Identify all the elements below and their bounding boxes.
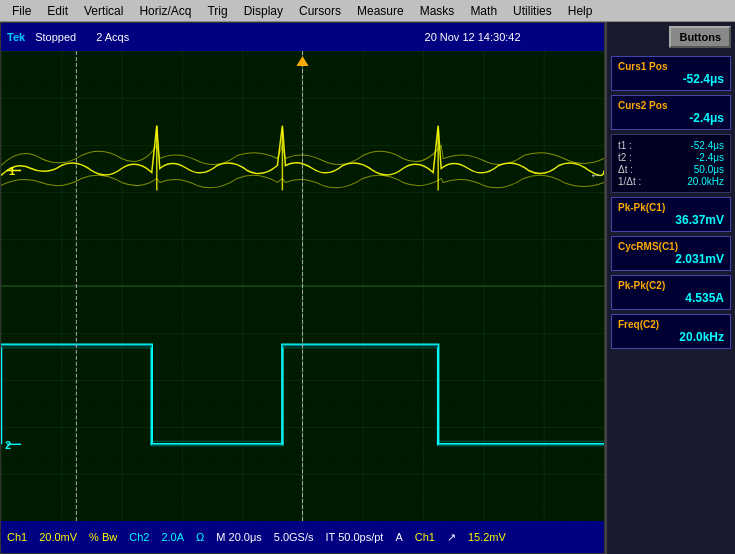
meas-2-label: Pk-Pk(C2) bbox=[618, 280, 724, 291]
state-label: Stopped bbox=[35, 31, 76, 43]
menu-trig[interactable]: Trig bbox=[199, 2, 235, 20]
menu-measure[interactable]: Measure bbox=[349, 2, 412, 20]
scope-display: Tek Stopped 2 Acqs 20 Nov 12 14:30:42 bbox=[0, 22, 605, 554]
meas-0-box: Pk-Pk(C1) 36.37mV bbox=[611, 197, 731, 232]
menu-display[interactable]: Display bbox=[236, 2, 291, 20]
cursor-dt-row: Δt : 50.0μs bbox=[618, 164, 724, 175]
cursor-arrow-right: ← bbox=[589, 168, 603, 184]
cursor-t1-row: t1 : -52.4μs bbox=[618, 140, 724, 151]
meas-1-label: CycRMS(C1) bbox=[618, 241, 724, 252]
ch-ref-bottom: Ch1 bbox=[415, 531, 435, 543]
datetime-label: 20 Nov 12 14:30:42 bbox=[347, 31, 598, 43]
acq-label: A bbox=[395, 531, 402, 543]
meas-0-label: Pk-Pk(C1) bbox=[618, 202, 724, 213]
ref-value: 15.2mV bbox=[468, 531, 506, 543]
cursor-invdt-row: 1/Δt : 20.0kHz bbox=[618, 176, 724, 187]
curs2-pos-label: Curs2 Pos bbox=[618, 100, 724, 111]
invdt-label: 1/Δt : bbox=[618, 176, 641, 187]
dt-value: 50.0μs bbox=[694, 164, 724, 175]
menu-masks[interactable]: Masks bbox=[412, 2, 463, 20]
curs2-pos-value: -2.4μs bbox=[618, 111, 724, 125]
waveform-area: ← 1 2 bbox=[1, 51, 604, 521]
ch1-bw: % Bw bbox=[89, 531, 117, 543]
menu-edit[interactable]: Edit bbox=[39, 2, 76, 20]
brand-label: Tek bbox=[7, 31, 25, 43]
menubar: File Edit Vertical Horiz/Acq Trig Displa… bbox=[0, 0, 735, 22]
ch-arrow: ↗ bbox=[447, 531, 456, 544]
meas-1-value: 2.031mV bbox=[618, 252, 724, 266]
buttons-button[interactable]: Buttons bbox=[669, 26, 731, 48]
menu-file[interactable]: File bbox=[4, 2, 39, 20]
curs2-pos-box: Curs2 Pos -2.4μs bbox=[611, 95, 731, 130]
t1-value: -52.4μs bbox=[690, 140, 724, 151]
menu-cursors[interactable]: Cursors bbox=[291, 2, 349, 20]
meas-1-box: CycRMS(C1) 2.031mV bbox=[611, 236, 731, 271]
curs1-pos-box: Curs1 Pos -52.4μs bbox=[611, 56, 731, 91]
menu-vertical[interactable]: Vertical bbox=[76, 2, 131, 20]
meas-3-box: Freq(C2) 20.0kHz bbox=[611, 314, 731, 349]
scope-container: Tek Stopped 2 Acqs 20 Nov 12 14:30:42 bbox=[0, 22, 735, 554]
menu-horiz[interactable]: Horiz/Acq bbox=[131, 2, 199, 20]
curs1-pos-label: Curs1 Pos bbox=[618, 61, 724, 72]
acquisitions-label: 2 Acqs bbox=[96, 31, 347, 43]
ch1-label: Ch1 bbox=[7, 531, 27, 543]
cursor-info-block: t1 : -52.4μs t2 : -2.4μs Δt : 50.0μs 1/Δ… bbox=[611, 134, 731, 193]
cursor-t2-row: t2 : -2.4μs bbox=[618, 152, 724, 163]
ch1-scale: 20.0mV bbox=[39, 531, 77, 543]
curs1-pos-value: -52.4μs bbox=[618, 72, 724, 86]
status-bar: Tek Stopped 2 Acqs 20 Nov 12 14:30:42 bbox=[1, 23, 604, 51]
meas-2-box: Pk-Pk(C2) 4.535A bbox=[611, 275, 731, 310]
dt-label: Δt : bbox=[618, 164, 633, 175]
menu-help[interactable]: Help bbox=[560, 2, 601, 20]
ch2-ref-marker: 2 bbox=[5, 439, 11, 451]
sample-rate: 5.0GS/s bbox=[274, 531, 314, 543]
ch2-label: Ch2 bbox=[129, 531, 149, 543]
meas-3-value: 20.0kHz bbox=[618, 330, 724, 344]
menu-utilities[interactable]: Utilities bbox=[505, 2, 560, 20]
ch1-ref-marker: 1 bbox=[9, 166, 15, 178]
right-panel: Buttons Curs1 Pos -52.4μs Curs2 Pos -2.4… bbox=[605, 22, 735, 554]
waveform-svg: ← 1 2 bbox=[1, 51, 604, 521]
invdt-value: 20.0kHz bbox=[687, 176, 724, 187]
t2-label: t2 : bbox=[618, 152, 632, 163]
timebase: M 20.0μs bbox=[216, 531, 261, 543]
meas-2-value: 4.535A bbox=[618, 291, 724, 305]
meas-0-value: 36.37mV bbox=[618, 213, 724, 227]
bottom-bar: Ch1 20.0mV % Bw Ch2 2.0A Ω M 20.0μs 5.0G… bbox=[1, 521, 604, 553]
ch2-scale: 2.0A bbox=[161, 531, 184, 543]
t2-value: -2.4μs bbox=[696, 152, 724, 163]
meas-3-label: Freq(C2) bbox=[618, 319, 724, 330]
t1-label: t1 : bbox=[618, 140, 632, 151]
menu-math[interactable]: Math bbox=[462, 2, 505, 20]
ch2-omega: Ω bbox=[196, 531, 204, 543]
trigger-info: IT 50.0ps/pt bbox=[326, 531, 384, 543]
